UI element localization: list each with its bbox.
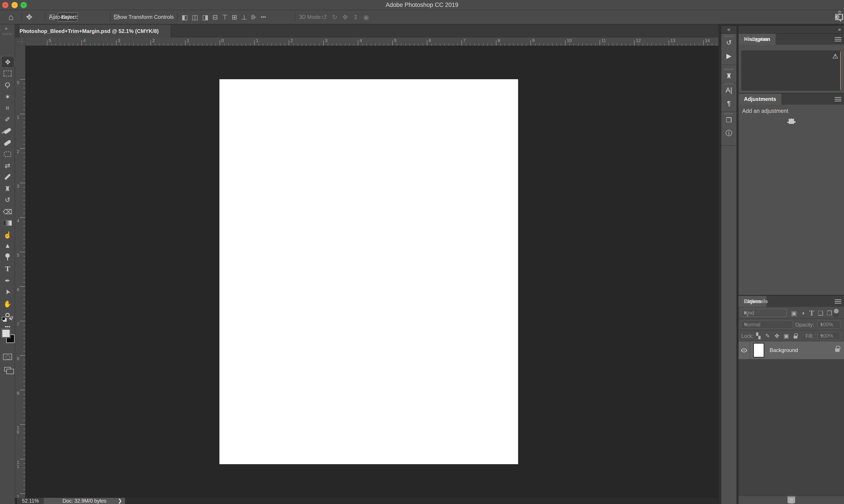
- histogram-warning-icon[interactable]: ⚠: [832, 52, 838, 60]
- ruler-minor-tick: [414, 43, 415, 46]
- lock-artboard-icon[interactable]: ▣: [783, 332, 790, 340]
- filter-type-layers-icon[interactable]: T: [808, 309, 816, 317]
- history-panel-icon[interactable]: ↺: [721, 37, 736, 48]
- default-colors-icon[interactable]: [2, 317, 5, 320]
- brush-tool[interactable]: [0, 171, 15, 182]
- panel-menu-icon[interactable]: [835, 299, 841, 304]
- patch-tool[interactable]: [0, 149, 15, 160]
- layer-filter-kind-dropdown[interactable]: Kind: [741, 309, 787, 317]
- spot-healing-brush-tool[interactable]: [0, 125, 15, 137]
- screen-mode-button[interactable]: [0, 364, 15, 375]
- 3d-panel-icon[interactable]: ❒: [721, 114, 736, 126]
- smudge-tool[interactable]: ☝: [0, 229, 15, 240]
- toolbar-grip[interactable]: [3, 33, 12, 35]
- quick-mask-mode-button[interactable]: [0, 352, 15, 362]
- fill-field[interactable]: 100%: [817, 332, 841, 340]
- blur-tool[interactable]: ▲: [0, 240, 15, 251]
- filter-toggle-switch[interactable]: [833, 308, 839, 318]
- ruler-minor-tick: [23, 377, 25, 377]
- history-brush-tool[interactable]: ↺: [0, 194, 15, 205]
- zoom-level-field[interactable]: 52.11%: [17, 498, 44, 504]
- character-panel-icon[interactable]: A|: [721, 84, 736, 96]
- gradient-tool[interactable]: [0, 217, 15, 229]
- distribute-vertical-icon[interactable]: ⊪: [251, 13, 257, 21]
- canvas-area[interactable]: [25, 46, 719, 498]
- content-aware-move-tool[interactable]: ⇄: [0, 160, 15, 171]
- lock-transparency-icon[interactable]: ▚: [755, 332, 762, 340]
- info-panel-icon[interactable]: ⓘ: [721, 127, 736, 139]
- opacity-field[interactable]: 100%: [817, 320, 841, 329]
- slide-3d-icon[interactable]: ⇕: [353, 13, 358, 21]
- share-export-icon[interactable]: [835, 14, 843, 20]
- lock-pixels-icon[interactable]: ✎: [764, 332, 771, 340]
- lock-position-icon[interactable]: ✥: [773, 332, 781, 340]
- ruler-minor-tick: [23, 295, 25, 295]
- filter-smart-objects-icon[interactable]: ❐: [825, 309, 833, 317]
- ruler-minor-tick: [23, 446, 25, 447]
- ruler-tick: [600, 40, 600, 46]
- more-align-options-icon[interactable]: •••: [261, 14, 266, 20]
- camera-3d-icon[interactable]: ◉: [363, 13, 369, 21]
- document-canvas[interactable]: [219, 79, 518, 464]
- ruler-minor-tick: [23, 192, 25, 192]
- layer-thumbnail[interactable]: [753, 343, 764, 358]
- panel-menu-icon[interactable]: [835, 37, 841, 41]
- collapse-strip-button[interactable]: «: [721, 26, 736, 33]
- status-chevron-icon[interactable]: ❯: [118, 498, 122, 504]
- lock-all-icon[interactable]: [792, 332, 799, 340]
- filter-shape-layers-icon[interactable]: ❏: [816, 309, 825, 317]
- selective-color-icon[interactable]: ▥: [787, 116, 796, 125]
- crop-tool[interactable]: ⌗: [0, 103, 15, 113]
- tool-preset-chevron-icon[interactable]: [26, 16, 29, 18]
- eyedropper-tool[interactable]: ✐: [0, 114, 15, 125]
- rectangular-marquee-tool[interactable]: [0, 68, 15, 79]
- align-top-icon[interactable]: ⊤: [222, 13, 228, 21]
- orbit-3d-icon[interactable]: ↺: [321, 13, 327, 21]
- quick-selection-tool[interactable]: ✶: [0, 91, 15, 102]
- pen-tool[interactable]: ✒: [0, 275, 15, 286]
- roll-3d-icon[interactable]: ↻: [332, 13, 337, 21]
- align-bottom-icon[interactable]: ⊥: [241, 13, 247, 21]
- clone-source-panel-icon[interactable]: ♜: [721, 70, 736, 82]
- distribute-horizontal-icon[interactable]: ⊟: [212, 13, 218, 21]
- actions-panel-icon[interactable]: ▶: [721, 50, 736, 61]
- delete-layer-icon[interactable]: [787, 496, 796, 504]
- align-center-horizontal-icon[interactable]: ◫: [192, 13, 198, 21]
- filter-adjustment-layers-icon[interactable]: ◑: [799, 309, 807, 317]
- document-info[interactable]: Doc: 32.9M/0 bytes ❯: [44, 498, 125, 504]
- path-selection-tool[interactable]: ➤: [0, 286, 15, 298]
- dodge-tool[interactable]: [0, 251, 15, 263]
- type-tool[interactable]: T: [0, 263, 15, 274]
- ruler-label: 1: [17, 115, 19, 119]
- blend-mode-dropdown[interactable]: Normal: [741, 320, 793, 329]
- ruler-origin-corner[interactable]: [15, 38, 25, 46]
- filter-pixel-layers-icon[interactable]: ▣: [790, 309, 798, 317]
- align-left-icon[interactable]: ◧: [181, 13, 188, 21]
- foreground-color-swatch[interactable]: [2, 329, 10, 338]
- vertical-ruler[interactable]: 0123456789101112: [15, 46, 25, 498]
- hand-tool[interactable]: ✋: [0, 298, 15, 309]
- tab-paths[interactable]: Paths: [739, 296, 763, 307]
- clone-stamp-tool[interactable]: ♜: [0, 183, 15, 194]
- tab-adjustments[interactable]: Adjustments: [739, 94, 781, 105]
- horizontal-ruler[interactable]: 5432101234567891011121314: [25, 38, 719, 46]
- panel-menu-icon[interactable]: [835, 97, 841, 101]
- collapse-dock-button[interactable]: »: [739, 26, 844, 33]
- layer-row-background[interactable]: ⊙ Background: [739, 341, 844, 359]
- panel-group-divider: [721, 145, 736, 146]
- layer-visibility-cell[interactable]: ⊙: [739, 341, 750, 359]
- eraser-tool[interactable]: ⌫: [0, 206, 15, 217]
- tab-navigator[interactable]: Navigator: [739, 34, 774, 45]
- swap-colors-icon[interactable]: ⇄: [9, 314, 13, 321]
- healing-brush-tool[interactable]: [0, 138, 15, 148]
- align-right-icon[interactable]: ◨: [202, 13, 208, 21]
- align-center-vertical-icon[interactable]: ⊞: [232, 13, 237, 21]
- toolbar-expand-icon[interactable]: »: [5, 26, 7, 32]
- paragraph-panel-icon[interactable]: ¶: [721, 97, 736, 109]
- pan-3d-icon[interactable]: ✥: [342, 13, 348, 21]
- ruler-tick: [151, 40, 151, 46]
- lasso-tool[interactable]: Ϙ: [0, 79, 15, 90]
- document-tab[interactable]: × Photoshop_Bleed+Trim+Margin.psd @ 52.1…: [19, 25, 171, 38]
- move-tool[interactable]: ✥: [1, 56, 14, 68]
- ruler-minor-tick: [241, 43, 242, 46]
